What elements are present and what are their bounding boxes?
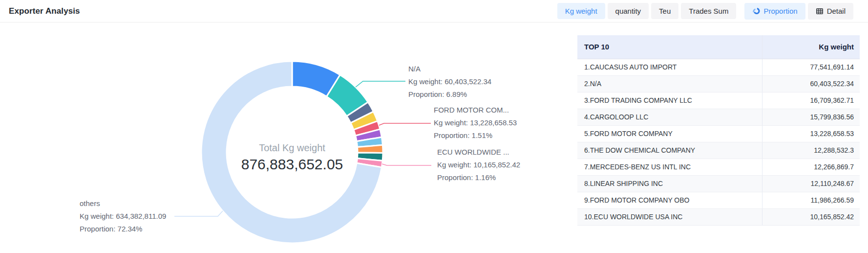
- tab-trades-sum[interactable]: Trades Sum: [681, 3, 736, 19]
- callout-kg-weight: Kg weight: 60,403,522.34: [408, 75, 491, 88]
- exporter-name: 2.N/A: [577, 75, 762, 92]
- table-row: 5.FORD MOTOR COMPANY13,228,658.53: [577, 125, 860, 142]
- tab-kg-weight[interactable]: Kg weight: [557, 3, 605, 19]
- table-row: 4.CARGOLOOP LLC15,799,836.56: [577, 109, 860, 125]
- exporter-kg-weight: 12,288,532.3: [762, 142, 860, 159]
- tab-proportion-label: Proportion: [763, 7, 797, 15]
- tab-proportion[interactable]: Proportion: [744, 3, 805, 20]
- col-header-top10: TOP 10: [577, 35, 762, 59]
- callout-kg-weight: Kg weight: 10,165,852.42: [437, 159, 520, 171]
- exporter-name: 7.MERCEDES-BENZ US INTL INC: [577, 159, 762, 175]
- callout-proportion: Proportion: 72.34%: [80, 223, 166, 235]
- exporter-kg-weight: 10,165,852.42: [762, 208, 860, 225]
- leader-line-ford-motor-company: [379, 123, 431, 125]
- exporter-name: 3.FORD TRADING COMPANY LLC: [577, 92, 762, 109]
- table-row: 1.CAUCASUS AUTO IMPORT77,541,691.14: [577, 59, 860, 75]
- donut-chart-icon: [752, 7, 760, 15]
- exporter-name: 9.FORD MOTOR COMPANY OBO: [577, 192, 762, 208]
- exporter-kg-weight: 12,110,248.67: [762, 175, 860, 192]
- callout-proportion: Proportion: 6.89%: [408, 88, 491, 101]
- exporter-name: 1.CAUCASUS AUTO IMPORT: [577, 59, 762, 75]
- table-icon: [816, 7, 824, 15]
- table-row: 7.MERCEDES-BENZ US INTL INC12,266,869.7: [577, 159, 860, 175]
- exporter-kg-weight: 12,266,869.7: [762, 159, 860, 175]
- exporter-kg-weight: 16,709,362.71: [762, 92, 860, 109]
- col-header-kg-weight: Kg weight: [762, 35, 860, 59]
- donut-slice-linear-shipping-inc[interactable]: [358, 145, 383, 153]
- callout-others: others Kg weight: 634,382,811.09 Proport…: [80, 197, 166, 235]
- callout-ecu-worldwide: ECU WORLDWIDE ... Kg weight: 10,165,852.…: [437, 146, 520, 184]
- leader-line-ecu-worldwide-usa-inc: [382, 164, 431, 165]
- exporter-name: 10.ECU WORLDWIDE USA INC: [577, 208, 762, 225]
- exporter-kg-weight: 13,228,658.53: [762, 125, 860, 142]
- callout-proportion: Proportion: 1.16%: [437, 171, 520, 184]
- callout-ford-motor: FORD MOTOR COM... Kg weight: 13,228,658.…: [434, 104, 517, 142]
- page-title: Exporter Analysis: [9, 6, 80, 16]
- tab-detail-label: Detail: [827, 7, 846, 15]
- tab-quantity[interactable]: quantity: [608, 3, 649, 19]
- exporter-kg-weight: 11,986,266.59: [762, 192, 860, 208]
- exporter-analysis-panel: Total Kg weight 876,883,652.05 N/A Kg we…: [0, 23, 868, 253]
- table-row: 9.FORD MOTOR COMPANY OBO11,986,266.59: [577, 192, 860, 208]
- exporter-name: 4.CARGOLOOP LLC: [577, 109, 762, 125]
- table-row: 2.N/A60,403,522.34: [577, 75, 860, 92]
- tab-teu[interactable]: Teu: [651, 3, 678, 19]
- toolbar: Kg weight quantity Teu Trades Sum Propor…: [557, 3, 853, 20]
- table-row: 3.FORD TRADING COMPANY LLC16,709,362.71: [577, 92, 860, 109]
- callout-kg-weight: Kg weight: 634,382,811.09: [80, 210, 166, 223]
- exporter-name: 8.LINEAR SHIPPING INC: [577, 175, 762, 192]
- table-row: 6.THE DOW CHEMICAL COMPANY12,288,532.3: [577, 142, 860, 159]
- leader-line-n-a: [356, 81, 405, 87]
- callout-proportion: Proportion: 1.51%: [434, 129, 517, 142]
- callout-title: others: [80, 197, 166, 210]
- callout-kg-weight: Kg weight: 13,228,658.53: [434, 116, 517, 129]
- table-row: 8.LINEAR SHIPPING INC12,110,248.67: [577, 175, 860, 192]
- exporter-name: 5.FORD MOTOR COMPANY: [577, 125, 762, 142]
- exporter-name: 6.THE DOW CHEMICAL COMPANY: [577, 142, 762, 159]
- exporter-kg-weight: 60,403,522.34: [762, 75, 860, 92]
- callout-title: ECU WORLDWIDE ...: [437, 146, 520, 159]
- callout-title: FORD MOTOR COM...: [434, 104, 517, 116]
- header: Exporter Analysis Kg weight quantity Teu…: [0, 0, 868, 23]
- exporter-kg-weight: 77,541,691.14: [762, 59, 860, 75]
- callout-na: N/A Kg weight: 60,403,522.34 Proportion:…: [408, 63, 491, 101]
- exporter-kg-weight: 15,799,836.56: [762, 109, 860, 125]
- leader-line-others: [174, 211, 223, 216]
- top10-table: TOP 10 Kg weight 1.CAUCASUS AUTO IMPORT7…: [577, 35, 860, 226]
- table-row: 10.ECU WORLDWIDE USA INC10,165,852.42: [577, 208, 860, 225]
- tab-detail[interactable]: Detail: [808, 3, 853, 20]
- table-header-row: TOP 10 Kg weight: [577, 35, 860, 59]
- callout-title: N/A: [408, 63, 491, 75]
